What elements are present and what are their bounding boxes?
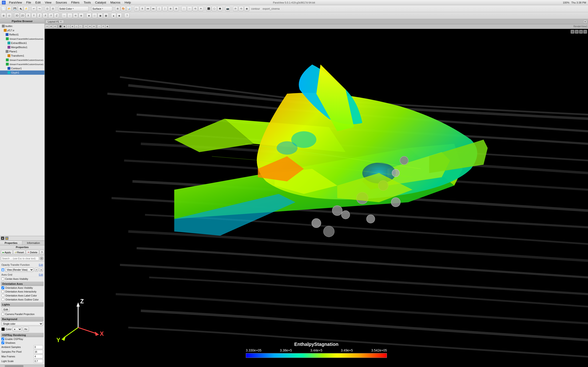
colormap-button[interactable]: 🎨 (121, 6, 126, 11)
row2-btn1[interactable]: ⊞ (1, 13, 6, 18)
row2-btn4[interactable]: 2D (20, 13, 25, 18)
rv-split-h-button[interactable]: ⊟ (575, 30, 579, 33)
orientation-axes-visibility-checkbox[interactable] (1, 286, 4, 289)
vtb-btn11[interactable]: ⊗ (88, 25, 92, 28)
vtb-btn6[interactable]: ⬡ (67, 25, 70, 28)
pipeline-item-plane1[interactable]: Plane1 (0, 49, 44, 54)
tb-icon-8[interactable]: ⊕ (173, 6, 179, 11)
enable-ospray-checkbox[interactable] (1, 338, 4, 341)
tb-icon-16[interactable]: ⟳ (233, 6, 238, 11)
axes-grid-edit[interactable]: Edit (39, 273, 43, 276)
reset-button[interactable]: Reset (13, 250, 26, 255)
rescale-button[interactable]: ⊞ (115, 6, 120, 11)
menu-sources[interactable]: Sources (54, 0, 69, 5)
tb-icon-9[interactable]: ↕ (181, 6, 187, 11)
apply-button[interactable]: Apply (1, 250, 13, 255)
menu-filters[interactable]: Filters (69, 0, 81, 5)
layout-add-button[interactable]: + (583, 20, 587, 24)
connect-button[interactable]: 🔌 (18, 6, 23, 11)
pipeline-item-glyph1[interactable]: Glyph1 (0, 70, 44, 75)
background-color-dropdown[interactable]: ▾ (12, 327, 22, 331)
row2-btn6[interactable]: Y (31, 13, 36, 18)
row2-btn7[interactable]: Z (37, 13, 42, 18)
tb-icon-10[interactable]: ↔ (187, 6, 192, 11)
light-scale-input[interactable] (34, 359, 43, 363)
menu-help[interactable]: Help (123, 0, 133, 5)
row2-btn12[interactable]: ↕ (67, 13, 72, 18)
menu-macros[interactable]: Macros (108, 0, 122, 5)
pipeline-item-reflect1[interactable]: Reflect1 (0, 33, 44, 37)
vis-toggle1[interactable]: ● (1, 237, 4, 240)
orientation-axes-interactivity-checkbox[interactable] (1, 290, 4, 293)
vis-toggle2[interactable]: 🔒 (5, 237, 9, 240)
menu-catalyst[interactable]: Catalyst (93, 0, 108, 5)
help-button[interactable]: ? (40, 250, 44, 255)
tb-icon-15[interactable]: ⬢ (217, 6, 223, 11)
pipeline-item-streamtracer2[interactable]: StreamTracerWithCustomSource1 (0, 58, 44, 62)
view-add-btn[interactable]: ⊕ (39, 268, 43, 272)
vtb-btn7[interactable]: ◈ (70, 25, 74, 28)
tb-icon-2[interactable]: ⏸ (140, 6, 145, 11)
disconnect-button[interactable]: ⚡ (24, 6, 29, 11)
open-button[interactable]: 📂 (7, 6, 12, 11)
redo-button[interactable]: ↪ (37, 6, 42, 11)
view-refresh-btn[interactable]: ⟳ (35, 268, 38, 272)
outline-color-radio[interactable] (1, 298, 4, 301)
layout-tab-close[interactable]: ✕ (60, 20, 62, 23)
vtb-btn15[interactable]: ◉ (105, 25, 109, 28)
row2-btn2[interactable]: ⊡ (7, 13, 12, 18)
tb-icon-3[interactable]: ⏮ (145, 6, 151, 11)
search-clear-button[interactable]: ✕ (40, 257, 43, 260)
pipeline-item-contour1[interactable]: Contour1 (0, 66, 44, 70)
tb-icon-6[interactable]: ⟩ (162, 6, 167, 11)
tb-icon-5[interactable]: ⟨ (157, 6, 162, 11)
pipeline-item-streamtracer3[interactable]: StreamTracerWithCustomSource1 (0, 62, 44, 66)
vtb-btn2[interactable]: ⊞ (49, 25, 53, 28)
pipeline-item-yf17[interactable]: yf17.e (0, 28, 44, 33)
tb-icon-14[interactable]: ⬡ (212, 6, 217, 11)
lights-edit-button[interactable]: Edit (2, 307, 10, 312)
shadows-checkbox[interactable] (1, 341, 4, 344)
undo-button[interactable]: ↩ (31, 6, 36, 11)
new-button[interactable]: 📄 (1, 6, 6, 11)
pipeline-item-builtin[interactable]: builtin: (0, 24, 44, 28)
tb-icon-13[interactable]: ⬛ (206, 6, 211, 11)
reset-all-button[interactable]: ⊟ (50, 6, 55, 11)
save-button[interactable]: 💾 (12, 6, 17, 11)
scrollbar-thumb[interactable] (5, 365, 24, 367)
row2-btn17[interactable]: ▣ (98, 13, 103, 18)
tb-icon-11[interactable]: ⟲ (193, 6, 198, 11)
tb-icon-18[interactable]: ◉ (244, 6, 249, 11)
rv-split-v-button[interactable]: ⊞ (579, 30, 583, 33)
tb-icon-12[interactable]: ✦ (198, 6, 203, 11)
vtb-btn5[interactable]: ▣ (62, 25, 66, 28)
vtb-btn13[interactable]: ⌕ (97, 25, 101, 28)
background-type-dropdown[interactable]: Single color (1, 322, 43, 326)
tb-icon-4[interactable]: ⏭ (151, 6, 156, 11)
pipeline-item-transform1[interactable]: Transform1 (0, 54, 44, 58)
opacity-edit-link[interactable]: Edit (39, 263, 43, 266)
label-color-radio[interactable] (1, 294, 4, 297)
rv-close-button[interactable]: ✕ (583, 30, 587, 33)
tb-icon-7[interactable]: ⊗ (168, 6, 173, 11)
rv-max-button[interactable]: ⊞ (571, 30, 574, 33)
tab-properties[interactable]: Properties (0, 241, 22, 245)
vtb-btn14[interactable]: ⟳ (101, 25, 105, 28)
pipeline-item-extractblock1[interactable]: ExtractBlock1 (0, 41, 44, 45)
row2-btn8[interactable]: -X (43, 13, 48, 18)
samples-per-pixel-input[interactable] (34, 350, 43, 354)
background-color-swatch[interactable] (1, 327, 5, 331)
representation-dropdown[interactable]: Surface ▾ (91, 6, 112, 11)
vtb-btn9[interactable]: ▷ (78, 25, 82, 28)
center-axes-checkbox[interactable] (1, 277, 4, 280)
render-canvas[interactable]: Z X Y EnthalpyStagnation 3.330e+05 3.38e… (45, 29, 588, 367)
menu-tools[interactable]: Tools (82, 0, 93, 5)
row2-btn10[interactable]: -Z (54, 13, 59, 18)
row2-btn18[interactable]: ▦ (103, 13, 108, 18)
vtb-btn1[interactable]: ⊡ (45, 25, 49, 28)
row2-btn21[interactable]: ? (124, 13, 130, 18)
ambient-samples-input[interactable] (34, 345, 43, 349)
colorlegend-button[interactable]: 📊 (126, 6, 131, 11)
left-panel-scrollbar[interactable] (0, 364, 44, 367)
row2-btn3[interactable]: 3D (14, 13, 19, 18)
